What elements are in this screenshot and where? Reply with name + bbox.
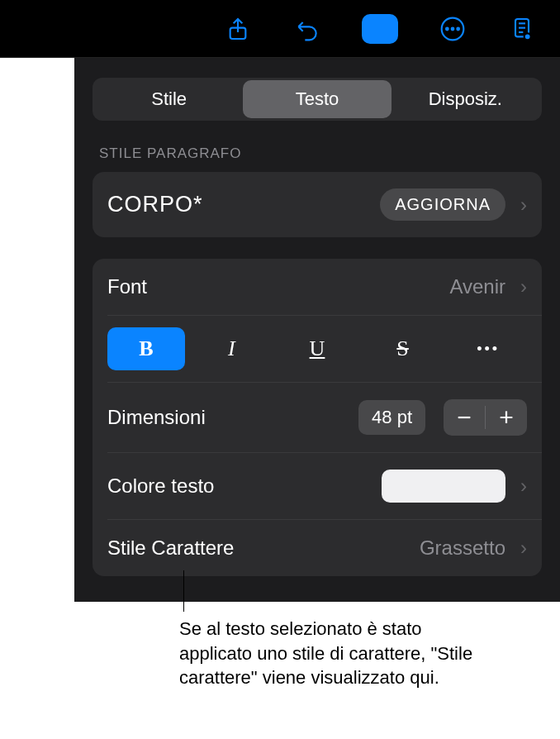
- document-page-area: [0, 58, 74, 602]
- paragraph-style-section-label: STILE PARAGRAFO: [93, 145, 542, 162]
- format-tabs: Stile Testo Disposiz.: [93, 78, 542, 121]
- character-style-value: Grassetto: [420, 536, 505, 560]
- underline-button[interactable]: U: [278, 327, 356, 370]
- font-row[interactable]: Font Avenir ›: [93, 259, 542, 315]
- document-settings-icon[interactable]: [507, 14, 537, 44]
- svg-point-9: [524, 33, 531, 40]
- svg-point-2: [446, 27, 448, 30]
- chevron-right-icon: ›: [515, 193, 527, 217]
- text-style-buttons: B I U S •••: [93, 316, 542, 382]
- chevron-right-icon: ›: [515, 474, 527, 498]
- paragraph-style-name: CORPO*: [107, 192, 370, 217]
- decrease-size-button[interactable]: −: [444, 399, 485, 436]
- svg-point-3: [452, 27, 454, 30]
- callout-text: Se al testo selezionato è stato applicat…: [179, 617, 493, 690]
- chevron-right-icon: ›: [515, 275, 527, 298]
- share-icon[interactable]: [223, 14, 253, 44]
- chevron-right-icon: ›: [515, 536, 527, 560]
- strikethrough-button[interactable]: S: [364, 327, 442, 370]
- font-label: Font: [107, 275, 439, 298]
- tab-layout[interactable]: Disposiz.: [392, 80, 539, 118]
- svg-point-4: [457, 27, 459, 30]
- text-color-swatch[interactable]: [382, 470, 505, 503]
- callout-leader-line: [183, 570, 184, 612]
- character-style-label: Stile Carattere: [107, 536, 410, 560]
- bold-button[interactable]: B: [107, 327, 185, 370]
- increase-size-button[interactable]: +: [486, 399, 527, 436]
- format-brush-button[interactable]: [362, 14, 398, 44]
- text-formatting-card: Font Avenir › B I U S ••• Dimensioni 48 …: [93, 259, 542, 576]
- size-stepper: − +: [444, 399, 527, 436]
- more-text-options-button[interactable]: •••: [449, 327, 527, 370]
- size-value[interactable]: 48 pt: [358, 400, 425, 435]
- character-style-row[interactable]: Stile Carattere Grassetto ›: [93, 520, 542, 576]
- toolbar: [0, 0, 560, 58]
- undo-icon[interactable]: [292, 14, 322, 44]
- size-label: Dimensioni: [107, 406, 349, 429]
- text-color-row[interactable]: Colore testo ›: [93, 453, 542, 519]
- paragraph-style-card[interactable]: CORPO* AGGIORNA ›: [93, 172, 542, 237]
- format-panel: Stile Testo Disposiz. STILE PARAGRAFO CO…: [74, 58, 560, 602]
- tab-text[interactable]: Testo: [243, 80, 391, 118]
- update-style-button[interactable]: AGGIORNA: [380, 188, 505, 221]
- font-value: Avenir: [449, 275, 505, 298]
- more-icon[interactable]: [438, 14, 467, 44]
- size-row: Dimensioni 48 pt − +: [93, 383, 542, 452]
- text-color-label: Colore testo: [107, 474, 372, 498]
- italic-button[interactable]: I: [193, 327, 271, 370]
- tab-style[interactable]: Stile: [95, 80, 243, 118]
